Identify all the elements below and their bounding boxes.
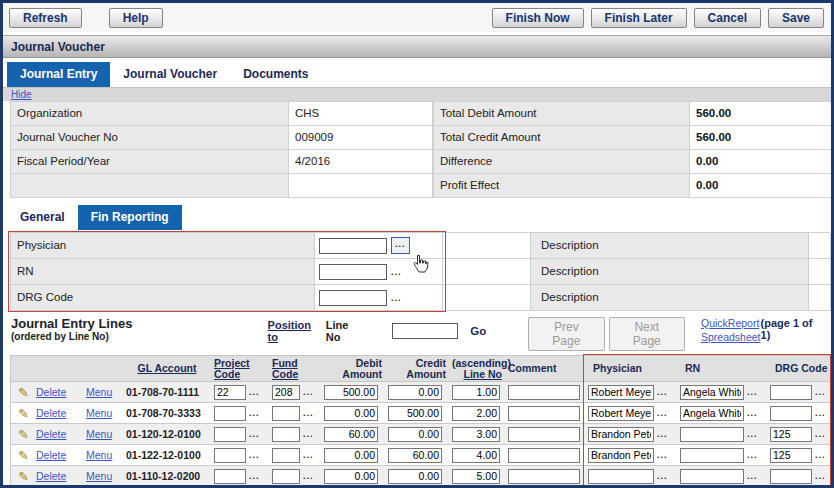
tab-journal-voucher[interactable]: Journal Voucher [110,62,230,87]
tab-documents[interactable]: Documents [230,62,321,87]
credit-amount-input[interactable] [388,469,442,484]
drg-line-input[interactable] [770,427,812,442]
drg-line-input[interactable] [770,448,812,463]
edit-pencil-icon[interactable]: ✎ [14,449,29,462]
credit-amount-input[interactable] [388,406,442,421]
credit-amount-input[interactable] [388,427,442,442]
position-to-link[interactable]: Position to [268,319,322,343]
physician-line-lookup-icon[interactable]: ... [657,429,668,439]
comment-input[interactable] [508,448,580,463]
menu-link[interactable]: Menu [86,470,112,482]
menu-link[interactable]: Menu [86,386,112,398]
hide-link[interactable]: Hide [11,89,32,100]
project-code-input[interactable] [214,385,246,400]
delete-link[interactable]: Delete [36,386,66,398]
debit-amount-input[interactable] [324,385,378,400]
fund-code-input[interactable] [272,427,300,442]
drg-line-lookup-icon[interactable]: ... [815,450,826,460]
line-no-input[interactable] [452,469,500,484]
menu-link[interactable]: Menu [86,449,112,461]
rn-line-input[interactable] [680,469,744,484]
fund-lookup-icon[interactable]: ... [303,450,314,460]
debit-amount-input[interactable] [324,427,378,442]
edit-pencil-icon[interactable]: ✎ [14,470,29,483]
delete-link[interactable]: Delete [36,407,66,419]
rn-lookup-icon[interactable]: ... [391,267,402,277]
line-no-input[interactable] [452,448,500,463]
physician-line-input[interactable] [588,385,654,400]
physician-line-lookup-icon[interactable]: ... [657,471,668,481]
project-code-input[interactable] [214,448,246,463]
drg-code-input[interactable] [319,290,387,306]
project-lookup-icon[interactable]: ... [249,408,260,418]
position-to-input[interactable] [392,323,458,339]
line-no-header-link[interactable]: Line No [464,368,503,380]
help-button[interactable]: Help [109,8,163,28]
project-lookup-icon[interactable]: ... [249,450,260,460]
project-lookup-icon[interactable]: ... [249,429,260,439]
line-no-input[interactable] [452,385,500,400]
rn-line-lookup-icon[interactable]: ... [747,450,758,460]
save-button[interactable]: Save [768,8,824,28]
rn-line-lookup-icon[interactable]: ... [747,429,758,439]
debit-amount-input[interactable] [324,469,378,484]
fund-lookup-icon[interactable]: ... [303,471,314,481]
comment-input[interactable] [508,427,580,442]
physician-input[interactable] [319,238,387,254]
menu-link[interactable]: Menu [86,407,112,419]
fund-lookup-icon[interactable]: ... [303,408,314,418]
line-no-input[interactable] [452,406,500,421]
next-page-button[interactable]: Next Page [609,317,685,351]
edit-pencil-icon[interactable]: ✎ [14,386,29,399]
fund-code-input[interactable] [272,406,300,421]
drg-line-lookup-icon[interactable]: ... [815,429,826,439]
drg-line-input[interactable] [770,406,812,421]
edit-pencil-icon[interactable]: ✎ [14,428,29,441]
line-no-input[interactable] [452,427,500,442]
rn-line-input[interactable] [680,427,744,442]
fund-lookup-icon[interactable]: ... [303,387,314,397]
rn-line-input[interactable] [680,448,744,463]
rn-input[interactable] [319,264,387,280]
drg-lookup-icon[interactable]: ... [391,293,402,303]
tab-fin-reporting[interactable]: Fin Reporting [78,205,182,230]
menu-link[interactable]: Menu [86,428,112,440]
refresh-button[interactable]: Refresh [9,8,82,28]
debit-amount-input[interactable] [324,448,378,463]
rn-line-lookup-icon[interactable]: ... [747,471,758,481]
fund-code-input[interactable] [272,385,300,400]
drg-line-input[interactable] [770,385,812,400]
project-code-input[interactable] [214,427,246,442]
cancel-button[interactable]: Cancel [694,8,761,28]
drg-line-lookup-icon[interactable]: ... [815,471,826,481]
gl-account-header-link[interactable]: GL Account [138,362,197,374]
delete-link[interactable]: Delete [36,428,66,440]
fund-code-header-link[interactable]: Fund Code [272,358,304,380]
rn-line-lookup-icon[interactable]: ... [747,408,758,418]
rn-line-input[interactable] [680,385,744,400]
physician-line-lookup-icon[interactable]: ... [657,387,668,397]
tab-journal-entry[interactable]: Journal Entry [7,62,110,87]
delete-link[interactable]: Delete [36,470,66,482]
project-lookup-icon[interactable]: ... [249,471,260,481]
physician-line-lookup-icon[interactable]: ... [657,408,668,418]
project-code-header-link[interactable]: Project Code [214,358,254,380]
comment-input[interactable] [508,406,580,421]
fund-lookup-icon[interactable]: ... [303,429,314,439]
debit-amount-input[interactable] [324,406,378,421]
delete-link[interactable]: Delete [36,449,66,461]
go-button[interactable]: Go [470,325,486,337]
drg-line-lookup-icon[interactable]: ... [815,387,826,397]
physician-line-lookup-icon[interactable]: ... [657,450,668,460]
rn-line-lookup-icon[interactable]: ... [747,387,758,397]
quickreport-link[interactable]: QuickReport [701,316,761,330]
comment-input[interactable] [508,469,580,484]
credit-amount-input[interactable] [388,448,442,463]
finish-now-button[interactable]: Finish Now [492,8,584,28]
physician-line-input[interactable] [588,448,654,463]
comment-input[interactable] [508,385,580,400]
fund-code-input[interactable] [272,448,300,463]
physician-line-input[interactable] [588,469,654,484]
prev-page-button[interactable]: Prev Page [528,317,604,351]
tab-general[interactable]: General [7,205,78,230]
